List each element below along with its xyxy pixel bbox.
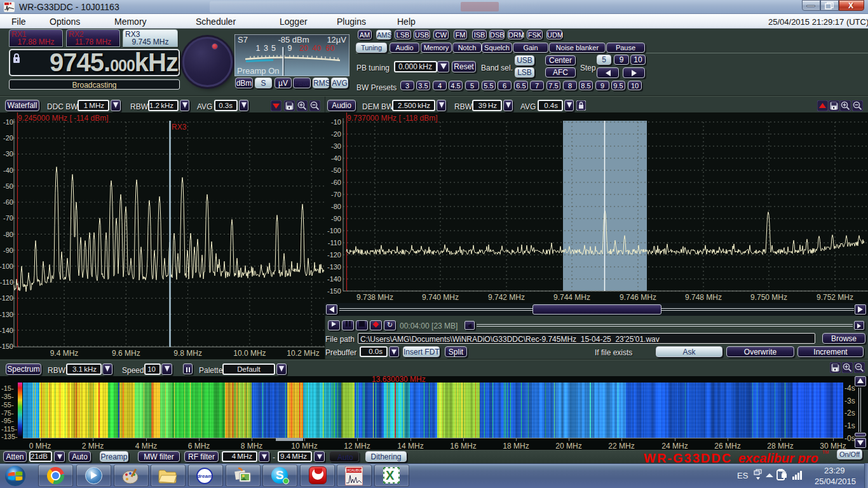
svg-text:EXCALIBUR: EXCALIBUR (345, 468, 363, 472)
